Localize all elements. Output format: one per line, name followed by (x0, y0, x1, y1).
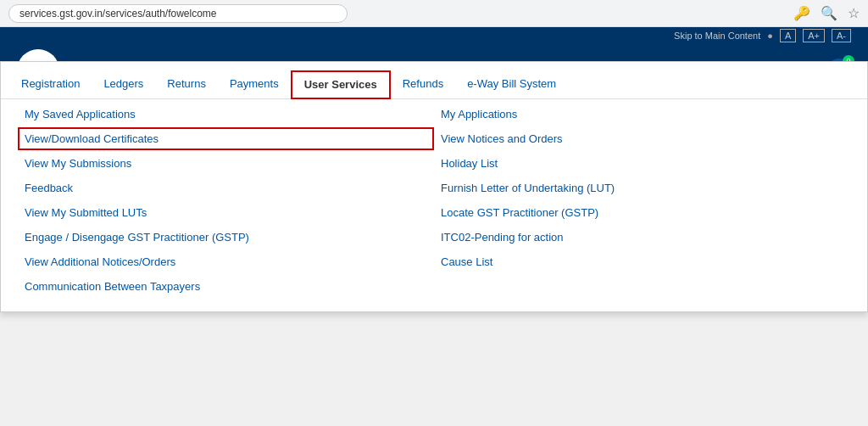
dropdown-item-engage-gstp[interactable]: Engage / Disengage GST Practitioner (GST… (18, 226, 434, 249)
url-bar[interactable]: services.gst.gov.in/services/auth/fowelc… (8, 4, 348, 23)
dropdown-item-my-apps[interactable]: My Applications (434, 103, 850, 126)
dropdown-item-furnish-lut[interactable]: Furnish Letter of Undertaking (LUT) (434, 177, 850, 199)
dropdown-item-view-luts[interactable]: View My Submitted LUTs (18, 201, 434, 224)
skip-bar: Skip to Main Content ● A A+ A- (0, 27, 868, 44)
dropdown-item-holiday-list[interactable]: Holiday List (434, 152, 850, 175)
dropdown-columns: My Saved Applications View/Download Cert… (1, 99, 867, 311)
sub-nav-ledgers[interactable]: Ledgers (92, 70, 155, 99)
dropdown-item-itc02[interactable]: ITC02-Pending for action (434, 226, 850, 249)
dropdown-item-view-notices[interactable]: View Notices and Orders (434, 127, 850, 150)
dropdown-item-cause-list[interactable]: Cause List (434, 250, 850, 273)
font-large-btn[interactable]: A+ (803, 29, 825, 42)
dropdown-left-col: My Saved Applications View/Download Cert… (18, 103, 434, 298)
key-icon: 🔑 (793, 5, 810, 21)
sub-nav-e-way-bill[interactable]: e-Way Bill System (455, 70, 568, 99)
font-normal-btn[interactable]: A (780, 29, 796, 42)
dropdown-item-feedback[interactable]: Feedback (18, 177, 434, 199)
dropdown-item-notices-orders[interactable]: View Additional Notices/Orders (18, 250, 434, 273)
services-dropdown: Registration Ledgers Returns Payments Us… (0, 61, 868, 312)
star-icon[interactable]: ☆ (848, 5, 860, 21)
search-icon[interactable]: 🔍 (821, 5, 837, 21)
browser-bar: services.gst.gov.in/services/auth/fowelc… (0, 0, 868, 27)
dropdown-item-locate-gstp[interactable]: Locate GST Practitioner (GSTP) (434, 201, 850, 224)
sub-nav-returns[interactable]: Returns (155, 70, 218, 99)
dropdown-item-view-submissions[interactable]: View My Submissions (18, 152, 434, 175)
sub-nav-refunds[interactable]: Refunds (391, 70, 455, 99)
sub-nav: Registration Ledgers Returns Payments Us… (1, 70, 867, 99)
browser-icons: 🔑 🔍 ☆ (793, 5, 860, 21)
dropdown-right-col: My Applications View Notices and Orders … (434, 103, 850, 298)
sub-nav-registration[interactable]: Registration (9, 70, 92, 99)
sub-nav-user-services[interactable]: User Services (291, 70, 391, 99)
dropdown-item-view-certs[interactable]: View/Download Certificates (18, 127, 434, 150)
dropdown-item-saved-apps[interactable]: My Saved Applications (18, 103, 434, 126)
skip-label[interactable]: Skip to Main Content (674, 31, 760, 41)
dropdown-item-comm-taxpayers[interactable]: Communication Between Taxpayers (18, 275, 434, 298)
font-small-btn[interactable]: A- (832, 29, 851, 42)
sub-nav-payments[interactable]: Payments (218, 70, 291, 99)
